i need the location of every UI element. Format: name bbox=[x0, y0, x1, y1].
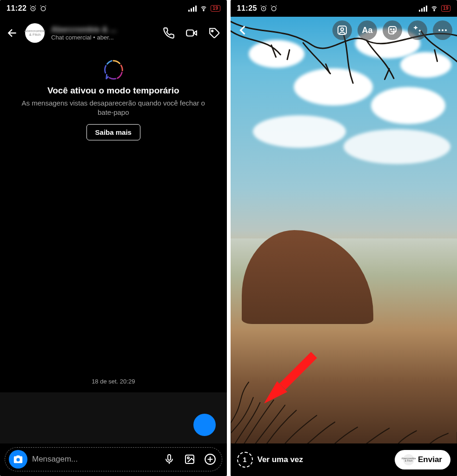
signal-icon bbox=[419, 5, 427, 12]
message-input[interactable]: Mensagem... bbox=[32, 455, 157, 464]
signal-icon bbox=[188, 5, 197, 12]
alarm-icon bbox=[40, 5, 47, 12]
svg-point-22 bbox=[341, 28, 344, 31]
alarm-icon bbox=[260, 5, 267, 12]
message-area bbox=[0, 392, 227, 443]
tag-people-icon[interactable] bbox=[332, 20, 352, 40]
send-label: Enviar bbox=[418, 455, 442, 464]
chat-header: Abercrombie & Fitch Abercrombie & ... Ch… bbox=[0, 17, 227, 49]
chat-title-block[interactable]: Abercrombie & ... Chat comercial • aber.… bbox=[51, 25, 156, 41]
battery-level: 19 bbox=[211, 5, 220, 12]
view-once-toggle[interactable]: 1 Ver uma vez bbox=[237, 452, 303, 468]
svg-point-26 bbox=[442, 29, 444, 31]
vanishing-mode-icon bbox=[102, 59, 125, 81]
svg-point-1 bbox=[41, 7, 46, 11]
svg-rect-16 bbox=[419, 10, 420, 12]
svg-point-27 bbox=[445, 29, 447, 31]
svg-point-25 bbox=[438, 29, 440, 31]
alarm-icon bbox=[29, 5, 37, 12]
vanishing-mode-title: Você ativou o modo temporário bbox=[47, 86, 179, 96]
camera-button[interactable] bbox=[9, 450, 27, 469]
story-preview: Aa bbox=[231, 17, 457, 443]
more-icon[interactable] bbox=[433, 20, 452, 40]
avatar[interactable]: Abercrombie & Fitch bbox=[25, 23, 45, 43]
status-time: 11:22 bbox=[7, 4, 26, 13]
message-timestamp: 18 de set. 20:29 bbox=[0, 378, 227, 385]
gallery-icon[interactable] bbox=[182, 454, 198, 465]
svg-rect-17 bbox=[421, 8, 423, 12]
svg-point-15 bbox=[272, 7, 276, 11]
send-button[interactable]: Abercrombie & Fitch Enviar bbox=[395, 450, 450, 469]
recipient-avatar: Abercrombie & Fitch bbox=[403, 454, 414, 465]
story-bottom-bar: 1 Ver uma vez Abercrombie & Fitch Enviar bbox=[231, 443, 457, 476]
svg-point-24 bbox=[393, 29, 394, 30]
svg-point-20 bbox=[434, 10, 435, 11]
scroll-to-bottom-button[interactable] bbox=[193, 414, 216, 436]
svg-rect-4 bbox=[193, 7, 194, 12]
learn-more-button[interactable]: Saiba mais bbox=[86, 124, 140, 140]
vanishing-mode-banner: Você ativou o modo temporário As mensage… bbox=[0, 49, 227, 140]
add-icon[interactable] bbox=[202, 453, 218, 465]
vanishing-mode-description: As mensagens vistas desaparecerão quando… bbox=[14, 99, 213, 118]
view-once-label: Ver uma vez bbox=[258, 455, 303, 464]
wifi-icon bbox=[430, 5, 438, 12]
svg-point-23 bbox=[391, 29, 391, 30]
text-icon[interactable]: Aa bbox=[358, 20, 377, 40]
svg-rect-10 bbox=[168, 455, 171, 460]
svg-rect-19 bbox=[426, 6, 427, 12]
call-icon[interactable] bbox=[163, 27, 175, 39]
sticker-icon[interactable] bbox=[383, 20, 402, 40]
voice-message-icon[interactable] bbox=[161, 454, 177, 465]
svg-point-6 bbox=[204, 10, 205, 11]
svg-point-9 bbox=[16, 458, 20, 461]
svg-rect-7 bbox=[186, 30, 193, 36]
svg-point-8 bbox=[212, 30, 213, 32]
status-time: 11:25 bbox=[237, 4, 257, 13]
message-input-bar: Mensagem... bbox=[5, 447, 222, 471]
back-icon[interactable] bbox=[235, 22, 251, 38]
back-icon[interactable] bbox=[7, 27, 19, 39]
effects-icon[interactable] bbox=[408, 20, 427, 40]
svg-rect-3 bbox=[191, 8, 192, 12]
status-bar: 11:22 19 bbox=[0, 0, 227, 17]
svg-rect-18 bbox=[424, 7, 425, 12]
svg-point-12 bbox=[187, 457, 189, 459]
svg-rect-2 bbox=[188, 10, 190, 12]
foreground-bush-decoration bbox=[231, 367, 457, 443]
view-once-badge: 1 bbox=[237, 452, 253, 468]
status-bar: 11:25 19 bbox=[231, 0, 457, 17]
battery-level: 19 bbox=[441, 5, 450, 12]
svg-rect-5 bbox=[195, 6, 197, 12]
chat-subtitle: Chat comercial • aber... bbox=[51, 34, 156, 41]
tag-icon[interactable] bbox=[208, 27, 220, 39]
chat-name: Abercrombie & ... bbox=[51, 25, 156, 34]
alarm-icon bbox=[270, 5, 278, 12]
video-icon[interactable] bbox=[185, 27, 198, 39]
wifi-icon bbox=[199, 5, 208, 12]
